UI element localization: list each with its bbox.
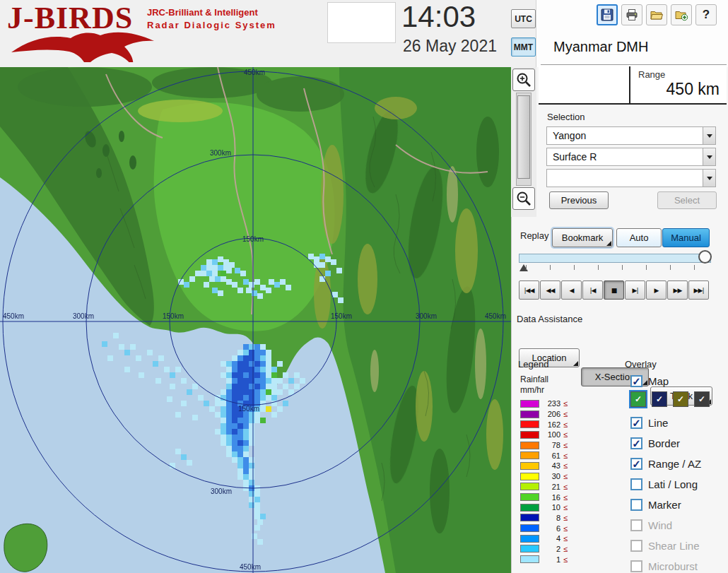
legend-le-sign: ≤ [563,461,568,470]
checkbox[interactable]: ✓ [630,375,642,387]
overlay-item-label: Microburst [648,560,698,572]
ring-label: 300km [416,312,437,320]
legend-row: 21≤ [520,482,568,492]
playback-button-1[interactable]: ◀◀ [540,280,560,300]
previous-button[interactable]: Previous [549,191,609,209]
overlay-item-label: Border [648,437,680,449]
site-dropdown[interactable]: Yangon [546,126,716,145]
radar-map[interactable]: 450km 300km 150km 150km 300km 450km 450k… [0,67,511,573]
playback-button-2[interactable]: ◀ [561,280,582,300]
legend-le-sign: ≤ [563,534,568,543]
utc-button[interactable]: UTC [511,9,536,28]
playback-button-3[interactable]: |◀ [582,280,603,300]
playback-button-4[interactable]: ■ [604,280,624,300]
legend-value: 162 [539,420,560,429]
hills [138,100,223,122]
legend-le-sign: ≤ [563,483,568,491]
zoom-scrollbar-thumb[interactable] [517,95,530,179]
legend-value: 206 [539,410,560,418]
ring-label: 150km [163,312,184,320]
bird-logo-icon [8,30,160,62]
legend-le-sign: ≤ [563,410,568,418]
checkbox[interactable] [630,478,642,490]
legend-color-swatch [520,493,539,501]
overlay-item-range-az[interactable]: ✓Range / AZ [630,456,727,471]
range-label: Range [638,69,665,80]
map-style-swatch-3[interactable]: ✓ [694,391,710,407]
zoom-out-button[interactable] [512,187,535,210]
playback-controls: |◀◀◀◀◀|◀■▶|▶▶▶▶▶| [519,280,709,300]
map-style-swatch-0[interactable]: ✓ [630,391,646,407]
map-style-swatch-1[interactable]: ✓ [652,391,667,407]
legend-value: 4 [539,534,560,543]
legend-row: 4≤ [520,533,568,544]
legend-label: Legend [518,359,548,370]
manual-button[interactable]: Manual [662,228,710,247]
legend-value: 2 [539,545,560,553]
overlay-item-label: Shear Line [648,540,700,552]
legend-row: 16≤ [520,492,568,502]
legend-value: 10 [539,503,560,512]
overlay-item-marker[interactable]: Marker [630,497,727,512]
chevron-down-icon[interactable] [703,170,715,187]
auto-button[interactable]: Auto [616,228,662,247]
legend-color-swatch [520,504,539,512]
chevron-down-icon[interactable] [703,148,715,165]
legend-row: 162≤ [520,419,568,430]
legend-color-swatch [520,535,539,543]
print-button[interactable] [621,4,642,25]
save-button[interactable] [597,4,618,25]
playback-button-5[interactable]: ▶| [625,280,645,300]
open-folder-button[interactable] [646,4,667,25]
site-dropdown-value: Yangon [547,130,703,141]
overlay-item-label: Wind [648,519,672,531]
playback-button-0[interactable]: |◀◀ [519,280,539,300]
playback-button-7[interactable]: ▶▶ [667,280,688,300]
legend-row: 233≤ [520,398,568,409]
zoom-in-icon [515,71,532,88]
legend-row: 8≤ [520,513,568,524]
legend-row: 2≤ [520,544,568,555]
legend-row: 30≤ [520,471,568,482]
checkbox[interactable]: ✓ [630,437,642,449]
overlay-item-map[interactable]: ✓Map [630,373,727,389]
overlay-item-line[interactable]: ✓Line [630,415,727,430]
legend-value: 1 [539,555,560,564]
legend-le-sign: ≤ [563,524,568,533]
legend-value: 30 [539,472,560,480]
station-name: Myanmar DMH [553,39,648,55]
ring-label: 150km [238,405,259,413]
help-icon: ? [703,8,710,22]
timeline-thumb[interactable] [698,250,712,264]
product-dropdown[interactable]: Surface R [546,148,716,166]
chevron-down-icon[interactable] [703,127,715,144]
zoom-in-button[interactable] [512,69,535,91]
checkbox[interactable]: ✓ [630,458,642,470]
overlay-item-lati-long[interactable]: Lati / Long [630,476,727,492]
map-style-options: ✓✓✓✓ [630,391,727,408]
bookmark-button[interactable]: Bookmark [552,228,613,247]
legend-value: 21 [539,483,560,491]
playback-button-6[interactable]: ▶ [646,280,667,300]
legend-row: 43≤ [520,461,568,471]
ring-label: 300km [73,312,94,320]
extra-dropdown[interactable] [546,169,716,187]
checkbox[interactable] [630,499,642,511]
save-icon [600,8,614,22]
help-button[interactable]: ? [695,4,717,25]
legend-unit-2: mm/hr [520,385,544,395]
import-image-button[interactable] [671,4,692,25]
replay-label: Replay [520,230,548,241]
legend-unit-1: Rainfall [520,374,548,384]
legend-le-sign: ≤ [563,399,568,408]
select-button[interactable]: Select [657,191,717,209]
map-style-swatch-2[interactable]: ✓ [673,391,688,407]
legend-row: 61≤ [520,450,568,461]
mmt-button[interactable]: MMT [511,37,536,57]
replay-timeline-slider[interactable] [519,254,711,263]
zoom-scrollbar[interactable] [516,93,532,186]
checkbox[interactable]: ✓ [630,417,642,429]
overlay-item-border[interactable]: ✓Border [630,435,727,451]
playback-button-8[interactable]: ▶▶| [688,280,709,300]
overlay-item-label: Lati / Long [648,478,698,490]
